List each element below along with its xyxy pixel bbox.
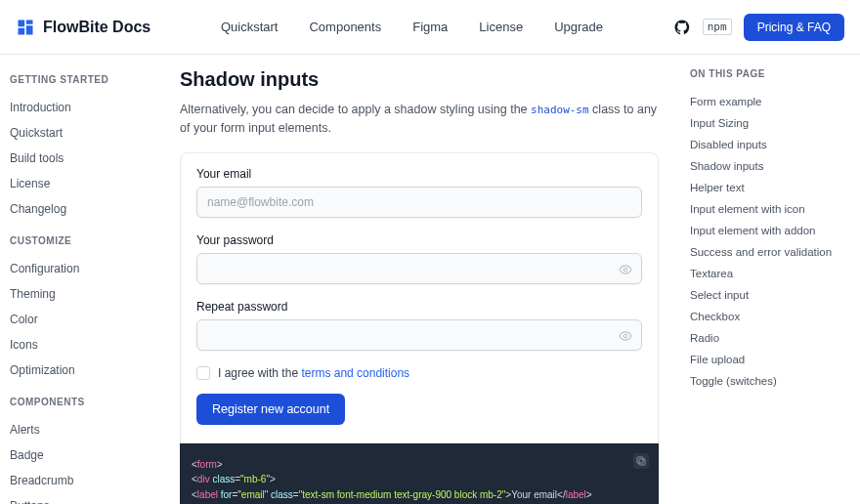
sidebar-item[interactable]: Configuration <box>10 256 156 281</box>
logo[interactable]: FlowBite Docs <box>16 18 150 37</box>
sidebar-item[interactable]: Theming <box>10 281 156 307</box>
nav-license[interactable]: License <box>479 20 523 34</box>
toc-item[interactable]: Form example <box>690 91 850 112</box>
sidebar: GETTING STARTED Introduction Quickstart … <box>0 55 166 504</box>
svg-rect-3 <box>637 457 643 463</box>
toc-item[interactable]: File upload <box>690 349 850 370</box>
register-button[interactable]: Register new account <box>196 394 345 425</box>
intro-text: Alternatively, you can decide to apply a… <box>180 101 659 139</box>
logo-text: FlowBite Docs <box>43 19 150 36</box>
sidebar-item[interactable]: Quickstart <box>10 120 156 146</box>
pricing-button[interactable]: Pricing & FAQ <box>744 14 844 41</box>
page-title: Shadow inputs <box>180 68 659 91</box>
nav-figma[interactable]: Figma <box>412 20 448 34</box>
nav-upgrade[interactable]: Upgrade <box>554 20 603 34</box>
sidebar-item[interactable]: License <box>10 171 156 196</box>
table-of-contents: ON THIS PAGE Form example Input Sizing D… <box>674 55 860 504</box>
copy-icon[interactable] <box>633 453 649 469</box>
sidebar-item[interactable]: Icons <box>10 332 156 357</box>
repeat-password-input[interactable] <box>196 319 642 351</box>
svg-point-0 <box>624 268 627 272</box>
toc-item[interactable]: Select input <box>690 284 850 306</box>
terms-link[interactable]: terms and conditions <box>301 366 409 380</box>
password-toggle-icon[interactable] <box>619 329 632 343</box>
sidebar-item[interactable]: Breadcrumb <box>10 468 156 493</box>
main-content: Shadow inputs Alternatively, you can dec… <box>166 55 674 504</box>
sidebar-heading: GETTING STARTED <box>10 74 156 85</box>
code-inline: shadow-sm <box>531 104 589 116</box>
toc-item[interactable]: Input element with addon <box>690 220 850 241</box>
checkbox-label: I agree with the terms and conditions <box>218 366 409 380</box>
toc-item[interactable]: Disabled inputs <box>690 134 850 155</box>
sidebar-heading: COMPONENTS <box>10 397 156 407</box>
toc-item[interactable]: Textarea <box>690 263 850 284</box>
sidebar-item[interactable]: Changelog <box>10 196 156 222</box>
sidebar-item[interactable]: Introduction <box>10 95 156 120</box>
github-icon[interactable] <box>673 19 691 36</box>
sidebar-item[interactable]: Badge <box>10 442 156 468</box>
sidebar-item[interactable]: Optimization <box>10 357 156 383</box>
toc-item[interactable]: Radio <box>690 327 850 349</box>
sidebar-item[interactable]: Color <box>10 307 156 332</box>
example-box: Your email Your password Repeat password… <box>180 152 659 443</box>
svg-point-1 <box>624 334 627 338</box>
toc-item[interactable]: Input Sizing <box>690 112 850 134</box>
toc-heading: ON THIS PAGE <box>690 68 850 79</box>
svg-rect-2 <box>639 459 645 465</box>
toc-item[interactable]: Input element with icon <box>690 198 850 220</box>
toc-item[interactable]: Success and error validation <box>690 241 850 263</box>
sidebar-heading: CUSTOMIZE <box>10 235 156 246</box>
toc-item[interactable]: Toggle (switches) <box>690 370 850 392</box>
toc-item[interactable]: Helper text <box>690 177 850 198</box>
terms-checkbox[interactable] <box>196 366 210 380</box>
password-input[interactable] <box>196 253 642 284</box>
logo-icon <box>16 18 35 37</box>
nav-components[interactable]: Components <box>309 20 381 34</box>
repeat-password-label: Repeat password <box>196 300 642 314</box>
top-nav: Quickstart Components Figma License Upgr… <box>221 20 603 34</box>
toc-item[interactable]: Checkbox <box>690 306 850 327</box>
code-block: <form> <div class="mb-6"> <label for="em… <box>180 443 659 504</box>
sidebar-item[interactable]: Alerts <box>10 417 156 442</box>
password-toggle-icon[interactable] <box>619 263 632 276</box>
nav-quickstart[interactable]: Quickstart <box>221 20 279 34</box>
sidebar-item[interactable]: Build tools <box>10 146 156 171</box>
password-label: Your password <box>196 233 642 247</box>
npm-badge[interactable]: npm <box>703 19 732 35</box>
header-right: npm Pricing & FAQ <box>673 14 844 41</box>
header: FlowBite Docs Quickstart Components Figm… <box>0 0 860 55</box>
sidebar-item[interactable]: Buttons <box>10 493 156 504</box>
email-label: Your email <box>196 167 642 181</box>
toc-item[interactable]: Shadow inputs <box>690 155 850 177</box>
email-input[interactable] <box>196 187 642 218</box>
